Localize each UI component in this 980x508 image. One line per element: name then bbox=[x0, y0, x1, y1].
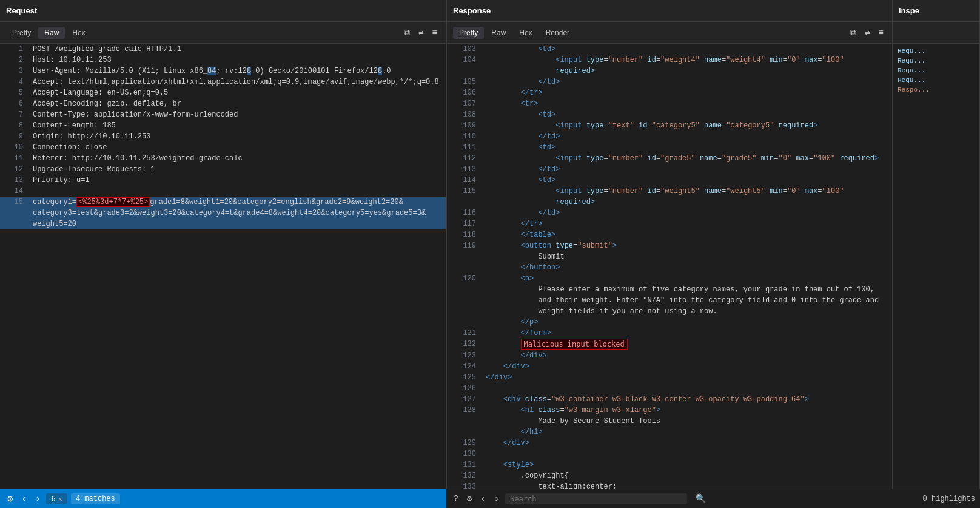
table-row: 127 <div class="w3-container w3-black w3… bbox=[447, 394, 892, 405]
table-row: 10 Connection: close bbox=[0, 142, 446, 153]
table-row: 113 </td> bbox=[447, 164, 892, 175]
response-code-area: 103 <td> 104 <input type="number" id="we… bbox=[447, 44, 892, 489]
list-item[interactable]: Requ... bbox=[898, 66, 975, 75]
inspect-items: Requ... Requ... Requ... Requ... Respo... bbox=[893, 44, 979, 489]
table-row: 109 <input type="text" id="category5" na… bbox=[447, 120, 892, 131]
nav-next-btn[interactable]: › bbox=[33, 493, 42, 505]
table-row: 126 bbox=[447, 383, 892, 394]
table-row: 108 <td> bbox=[447, 109, 892, 120]
table-row: 119 <button type="submit"> bbox=[447, 240, 892, 251]
table-row: 104 <input type="number" id="weight4" na… bbox=[447, 55, 892, 66]
table-row: 132 .copyright{ bbox=[447, 470, 892, 481]
request-bottom-bar: ⚙ ‹ › 6 ✕ 4 matches bbox=[0, 489, 446, 508]
response-bottom-bar: ? ⚙ ‹ › 🔍 0 highlights bbox=[446, 489, 980, 508]
table-row: 130 bbox=[447, 449, 892, 459]
table-row: 123 </div> bbox=[447, 350, 892, 361]
inspect-tab-bar bbox=[893, 22, 979, 44]
list-item[interactable]: Respo... bbox=[898, 85, 975, 95]
table-row: 103 <td> bbox=[447, 44, 892, 55]
settings-icon[interactable]: ⚙ bbox=[5, 492, 16, 506]
request-tab-bar: Pretty Raw Hex ⧉ ⇌ ≡ bbox=[0, 22, 446, 44]
copy-icon-req[interactable]: ⧉ bbox=[401, 27, 412, 39]
response-title: Response bbox=[453, 6, 491, 15]
table-row: 11 Referer: http://10.10.11.253/weighted… bbox=[0, 153, 446, 164]
table-row: and their weight. Enter "N/A" into the c… bbox=[447, 295, 892, 306]
nav-prev-btn-resp[interactable]: ‹ bbox=[478, 493, 488, 505]
table-row: 112 <input type="number" id="grade5" nam… bbox=[447, 153, 892, 164]
table-row: 129 </div> bbox=[447, 438, 892, 449]
inspect-panel-header: Inspe bbox=[893, 0, 979, 22]
table-row: category3=test&grade3=2&weight3=20&categ… bbox=[0, 208, 446, 218]
tab-pretty-req[interactable]: Pretty bbox=[6, 27, 37, 39]
table-row: Submit bbox=[447, 251, 892, 262]
table-row: 4 Accept: text/html,application/xhtml+xm… bbox=[0, 76, 446, 87]
wrap-icon-req[interactable]: ⇌ bbox=[416, 26, 426, 39]
table-row: 105 </td> bbox=[447, 76, 892, 87]
table-row: 12 Upgrade-Insecure-Requests: 1 bbox=[0, 164, 446, 175]
tab-raw-req[interactable]: Raw bbox=[38, 27, 65, 39]
table-row: Made by Secure Student Tools bbox=[447, 416, 892, 427]
table-row: weight fields if you are not using a row… bbox=[447, 306, 892, 317]
matches-count: 4 matches bbox=[71, 493, 120, 504]
inspect-title: Inspe bbox=[899, 6, 919, 15]
table-row: 116 </td> bbox=[447, 208, 892, 218]
table-row: 118 </table> bbox=[447, 229, 892, 240]
nav-next-btn-resp[interactable]: › bbox=[492, 493, 502, 505]
list-item[interactable]: Requ... bbox=[898, 56, 975, 66]
table-row: 114 <td> bbox=[447, 175, 892, 186]
request-panel: Request Pretty Raw Hex ⧉ ⇌ ≡ 1 POST /wei… bbox=[0, 0, 446, 489]
filter-clear-btn[interactable]: ✕ bbox=[58, 495, 62, 503]
table-row: 6 Accept-Encoding: gzip, deflate, br bbox=[0, 98, 446, 109]
table-row: 122 Malicious input blocked bbox=[447, 339, 892, 350]
table-row: 14 bbox=[0, 186, 446, 197]
table-row: 121 </form> bbox=[447, 328, 892, 339]
table-row: 125 </div> bbox=[447, 372, 892, 383]
help-icon[interactable]: ? bbox=[451, 493, 461, 504]
table-row: 120 <p> bbox=[447, 273, 892, 284]
menu-icon-resp[interactable]: ≡ bbox=[876, 27, 886, 39]
table-row: </p> bbox=[447, 317, 892, 328]
table-row: 128 <h1 class="w3-margin w3-xlarge"> bbox=[447, 405, 892, 416]
response-tabs: Pretty Raw Hex Render bbox=[453, 27, 576, 39]
table-row: 133 text-align:center; bbox=[447, 481, 892, 489]
filter-input-container[interactable]: 6 ✕ bbox=[46, 493, 67, 504]
table-row: 115 <input type="number" id="weight5" na… bbox=[447, 186, 892, 197]
table-row: 3 User-Agent: Mozilla/5.0 (X11; Linux x8… bbox=[0, 66, 446, 76]
request-title: Request bbox=[6, 6, 37, 15]
list-item[interactable]: Requ... bbox=[898, 75, 975, 85]
tab-pretty-resp[interactable]: Pretty bbox=[453, 27, 484, 39]
tab-render-resp[interactable]: Render bbox=[540, 27, 576, 39]
settings-icon-resp[interactable]: ⚙ bbox=[465, 492, 474, 505]
table-row: 124 </div> bbox=[447, 361, 892, 372]
response-tab-actions: ⧉ ⇌ ≡ bbox=[848, 26, 886, 39]
table-row: 5 Accept-Language: en-US,en;q=0.5 bbox=[0, 87, 446, 98]
list-item[interactable]: Requ... bbox=[898, 46, 975, 56]
malicious-input-highlight: Malicious input blocked bbox=[521, 339, 628, 350]
tab-raw-resp[interactable]: Raw bbox=[485, 27, 512, 39]
table-row: required> bbox=[447, 66, 892, 76]
table-row: </h1> bbox=[447, 427, 892, 438]
tab-hex-resp[interactable]: Hex bbox=[513, 27, 538, 39]
table-row: 106 </tr> bbox=[447, 87, 892, 98]
copy-icon-resp[interactable]: ⧉ bbox=[848, 27, 859, 39]
request-tabs: Pretty Raw Hex bbox=[6, 27, 92, 39]
search-input[interactable] bbox=[505, 493, 687, 504]
tab-hex-req[interactable]: Hex bbox=[66, 27, 91, 39]
response-panel: Response Pretty Raw Hex Render ⧉ ⇌ ≡ 103… bbox=[446, 0, 893, 489]
response-panel-header: Response bbox=[447, 0, 892, 22]
search-icon[interactable]: 🔍 bbox=[693, 492, 708, 505]
wrap-icon-resp[interactable]: ⇌ bbox=[862, 26, 872, 39]
response-tab-bar: Pretty Raw Hex Render ⧉ ⇌ ≡ bbox=[447, 22, 892, 44]
table-row: weight5=20 bbox=[0, 218, 446, 229]
request-panel-header: Request bbox=[0, 0, 446, 22]
table-row: 107 <tr> bbox=[447, 98, 892, 109]
table-row: required> bbox=[447, 197, 892, 208]
table-row: 131 <style> bbox=[447, 459, 892, 470]
menu-icon-req[interactable]: ≡ bbox=[430, 27, 440, 39]
bottom-bar: ⚙ ‹ › 6 ✕ 4 matches ? ⚙ ‹ › 🔍 0 highligh… bbox=[0, 489, 980, 508]
table-row: 13 Priority: u=1 bbox=[0, 175, 446, 186]
table-row: </button> bbox=[447, 262, 892, 273]
highlights-count: 0 highlights bbox=[923, 495, 975, 503]
table-row: 9 Origin: http://10.10.11.253 bbox=[0, 131, 446, 142]
nav-prev-btn[interactable]: ‹ bbox=[19, 493, 29, 505]
